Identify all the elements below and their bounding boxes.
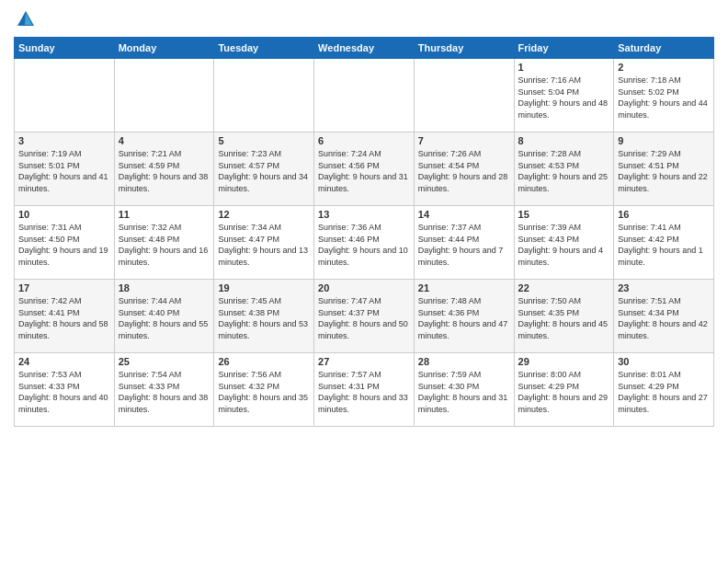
calendar-cell: 30Sunrise: 8:01 AM Sunset: 4:29 PM Dayli… (614, 353, 714, 427)
weekday-header: Sunday (15, 38, 115, 59)
page-header (14, 9, 714, 29)
day-number: 28 (418, 356, 510, 367)
calendar-cell: 19Sunrise: 7:45 AM Sunset: 4:38 PM Dayli… (214, 280, 314, 353)
calendar-cell: 11Sunrise: 7:32 AM Sunset: 4:48 PM Dayli… (114, 206, 214, 280)
weekday-header: Tuesday (214, 38, 314, 59)
day-number: 6 (318, 135, 410, 146)
svg-marker-1 (25, 13, 32, 25)
calendar-cell: 14Sunrise: 7:37 AM Sunset: 4:44 PM Dayli… (414, 206, 514, 280)
day-info: Sunrise: 7:53 AM Sunset: 4:33 PM Dayligh… (18, 369, 110, 415)
calendar-cell: 25Sunrise: 7:54 AM Sunset: 4:33 PM Dayli… (114, 353, 214, 427)
calendar-cell: 26Sunrise: 7:56 AM Sunset: 4:32 PM Dayli… (214, 353, 314, 427)
day-info: Sunrise: 7:47 AM Sunset: 4:37 PM Dayligh… (318, 295, 410, 341)
day-number: 17 (18, 282, 110, 293)
day-info: Sunrise: 7:23 AM Sunset: 4:57 PM Dayligh… (218, 148, 310, 194)
calendar-cell (114, 59, 214, 132)
day-info: Sunrise: 7:34 AM Sunset: 4:47 PM Dayligh… (218, 222, 310, 268)
day-info: Sunrise: 7:21 AM Sunset: 4:59 PM Dayligh… (119, 148, 210, 194)
day-info: Sunrise: 7:32 AM Sunset: 4:48 PM Dayligh… (119, 222, 210, 268)
weekday-header: Thursday (414, 38, 514, 59)
day-info: Sunrise: 7:54 AM Sunset: 4:33 PM Dayligh… (119, 369, 210, 415)
day-info: Sunrise: 7:50 AM Sunset: 4:35 PM Dayligh… (518, 295, 610, 341)
logo-icon (16, 9, 36, 29)
weekday-header: Wednesday (314, 38, 415, 59)
day-info: Sunrise: 7:51 AM Sunset: 4:34 PM Dayligh… (618, 295, 710, 341)
calendar-week-row: 24Sunrise: 7:53 AM Sunset: 4:33 PM Dayli… (15, 353, 714, 427)
calendar-week-row: 1Sunrise: 7:16 AM Sunset: 5:04 PM Daylig… (15, 59, 714, 132)
calendar-cell: 24Sunrise: 7:53 AM Sunset: 4:33 PM Dayli… (15, 353, 115, 427)
day-number: 7 (418, 135, 510, 146)
day-number: 13 (318, 209, 410, 220)
day-info: Sunrise: 7:57 AM Sunset: 4:31 PM Dayligh… (318, 369, 410, 415)
calendar-cell: 1Sunrise: 7:16 AM Sunset: 5:04 PM Daylig… (514, 59, 614, 132)
calendar-cell: 13Sunrise: 7:36 AM Sunset: 4:46 PM Dayli… (314, 206, 415, 280)
weekday-header: Friday (514, 38, 614, 59)
day-number: 10 (18, 209, 110, 220)
calendar-week-row: 10Sunrise: 7:31 AM Sunset: 4:50 PM Dayli… (15, 206, 714, 280)
calendar-cell (414, 59, 514, 132)
logo (14, 9, 36, 29)
calendar-cell: 28Sunrise: 7:59 AM Sunset: 4:30 PM Dayli… (414, 353, 514, 427)
calendar-cell: 22Sunrise: 7:50 AM Sunset: 4:35 PM Dayli… (514, 280, 614, 353)
calendar-week-row: 17Sunrise: 7:42 AM Sunset: 4:41 PM Dayli… (15, 280, 714, 353)
day-number: 27 (318, 356, 410, 367)
calendar-week-row: 3Sunrise: 7:19 AM Sunset: 5:01 PM Daylig… (15, 132, 714, 206)
calendar-cell: 10Sunrise: 7:31 AM Sunset: 4:50 PM Dayli… (15, 206, 115, 280)
weekday-header: Monday (114, 38, 214, 59)
day-number: 3 (18, 135, 110, 146)
day-number: 9 (618, 135, 710, 146)
day-info: Sunrise: 7:19 AM Sunset: 5:01 PM Dayligh… (18, 148, 110, 194)
page-container: SundayMondayTuesdayWednesdayThursdayFrid… (0, 0, 728, 563)
calendar-cell: 4Sunrise: 7:21 AM Sunset: 4:59 PM Daylig… (114, 132, 214, 206)
calendar-cell (214, 59, 314, 132)
day-info: Sunrise: 7:41 AM Sunset: 4:42 PM Dayligh… (618, 222, 710, 268)
day-info: Sunrise: 7:16 AM Sunset: 5:04 PM Dayligh… (518, 75, 610, 121)
day-number: 22 (518, 282, 610, 293)
day-number: 4 (119, 135, 210, 146)
day-number: 1 (518, 62, 610, 73)
calendar-header-row: SundayMondayTuesdayWednesdayThursdayFrid… (15, 38, 714, 59)
calendar-cell: 3Sunrise: 7:19 AM Sunset: 5:01 PM Daylig… (15, 132, 115, 206)
weekday-header: Saturday (614, 38, 714, 59)
day-number: 24 (18, 356, 110, 367)
calendar-cell: 23Sunrise: 7:51 AM Sunset: 4:34 PM Dayli… (614, 280, 714, 353)
day-number: 8 (518, 135, 610, 146)
calendar-cell: 12Sunrise: 7:34 AM Sunset: 4:47 PM Dayli… (214, 206, 314, 280)
day-info: Sunrise: 7:37 AM Sunset: 4:44 PM Dayligh… (418, 222, 510, 268)
calendar-cell: 27Sunrise: 7:57 AM Sunset: 4:31 PM Dayli… (314, 353, 415, 427)
calendar-cell: 17Sunrise: 7:42 AM Sunset: 4:41 PM Dayli… (15, 280, 115, 353)
calendar-table: SundayMondayTuesdayWednesdayThursdayFrid… (14, 37, 714, 427)
day-number: 19 (218, 282, 310, 293)
day-info: Sunrise: 7:24 AM Sunset: 4:56 PM Dayligh… (318, 148, 410, 194)
calendar-cell (314, 59, 415, 132)
day-number: 23 (618, 282, 710, 293)
day-info: Sunrise: 7:42 AM Sunset: 4:41 PM Dayligh… (18, 295, 110, 341)
day-info: Sunrise: 8:01 AM Sunset: 4:29 PM Dayligh… (618, 369, 710, 415)
day-number: 20 (318, 282, 410, 293)
day-number: 16 (618, 209, 710, 220)
calendar-cell: 21Sunrise: 7:48 AM Sunset: 4:36 PM Dayli… (414, 280, 514, 353)
calendar-cell (15, 59, 115, 132)
day-number: 25 (119, 356, 210, 367)
day-number: 30 (618, 356, 710, 367)
calendar-cell: 6Sunrise: 7:24 AM Sunset: 4:56 PM Daylig… (314, 132, 415, 206)
calendar-cell: 18Sunrise: 7:44 AM Sunset: 4:40 PM Dayli… (114, 280, 214, 353)
day-info: Sunrise: 7:45 AM Sunset: 4:38 PM Dayligh… (218, 295, 310, 341)
calendar-cell: 7Sunrise: 7:26 AM Sunset: 4:54 PM Daylig… (414, 132, 514, 206)
day-info: Sunrise: 7:31 AM Sunset: 4:50 PM Dayligh… (18, 222, 110, 268)
day-info: Sunrise: 7:36 AM Sunset: 4:46 PM Dayligh… (318, 222, 410, 268)
day-info: Sunrise: 7:29 AM Sunset: 4:51 PM Dayligh… (618, 148, 710, 194)
day-info: Sunrise: 7:28 AM Sunset: 4:53 PM Dayligh… (518, 148, 610, 194)
day-number: 21 (418, 282, 510, 293)
calendar-cell: 16Sunrise: 7:41 AM Sunset: 4:42 PM Dayli… (614, 206, 714, 280)
day-number: 18 (119, 282, 210, 293)
day-info: Sunrise: 7:26 AM Sunset: 4:54 PM Dayligh… (418, 148, 510, 194)
day-info: Sunrise: 7:48 AM Sunset: 4:36 PM Dayligh… (418, 295, 510, 341)
day-info: Sunrise: 7:18 AM Sunset: 5:02 PM Dayligh… (618, 75, 710, 121)
day-number: 26 (218, 356, 310, 367)
calendar-cell: 29Sunrise: 8:00 AM Sunset: 4:29 PM Dayli… (514, 353, 614, 427)
calendar-cell: 8Sunrise: 7:28 AM Sunset: 4:53 PM Daylig… (514, 132, 614, 206)
day-number: 29 (518, 356, 610, 367)
calendar-cell: 15Sunrise: 7:39 AM Sunset: 4:43 PM Dayli… (514, 206, 614, 280)
calendar-cell: 2Sunrise: 7:18 AM Sunset: 5:02 PM Daylig… (614, 59, 714, 132)
